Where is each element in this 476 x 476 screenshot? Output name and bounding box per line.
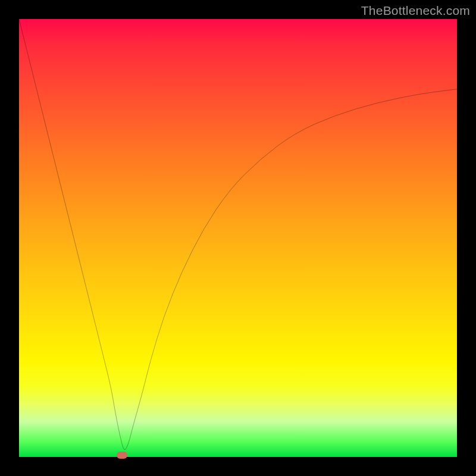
chart-canvas: TheBottleneck.com — [0, 0, 476, 476]
plot-area — [19, 19, 457, 457]
optimum-marker — [117, 452, 127, 459]
bottleneck-curve — [19, 19, 457, 457]
watermark-text: TheBottleneck.com — [361, 4, 470, 18]
